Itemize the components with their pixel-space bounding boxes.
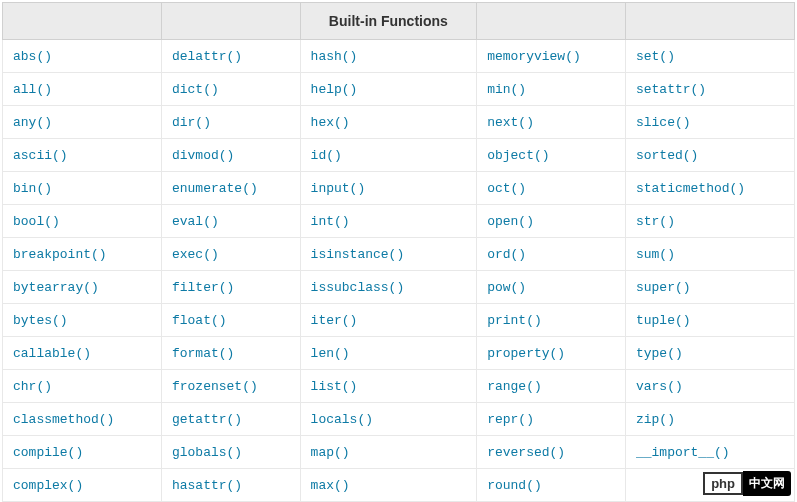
table-cell: issubclass()	[300, 271, 477, 304]
table-cell: compile()	[3, 436, 162, 469]
function-link[interactable]: all()	[13, 82, 52, 97]
function-link[interactable]: exec()	[172, 247, 219, 262]
table-cell: isinstance()	[300, 238, 477, 271]
function-link[interactable]: next()	[487, 115, 534, 130]
watermark: php 中文网	[703, 471, 791, 496]
function-link[interactable]: issubclass()	[311, 280, 405, 295]
function-link[interactable]: staticmethod()	[636, 181, 745, 196]
table-cell: filter()	[161, 271, 300, 304]
function-link[interactable]: help()	[311, 82, 358, 97]
function-link[interactable]: print()	[487, 313, 542, 328]
function-link[interactable]: range()	[487, 379, 542, 394]
table-cell: delattr()	[161, 40, 300, 73]
table-cell: sum()	[625, 238, 794, 271]
table-cell: map()	[300, 436, 477, 469]
table-cell: object()	[477, 139, 626, 172]
function-link[interactable]: pow()	[487, 280, 526, 295]
function-link[interactable]: property()	[487, 346, 565, 361]
table-cell: help()	[300, 73, 477, 106]
table-cell: ascii()	[3, 139, 162, 172]
function-link[interactable]: isinstance()	[311, 247, 405, 262]
function-link[interactable]: bin()	[13, 181, 52, 196]
function-link[interactable]: max()	[311, 478, 350, 493]
function-link[interactable]: zip()	[636, 412, 675, 427]
function-link[interactable]: object()	[487, 148, 549, 163]
function-link[interactable]: globals()	[172, 445, 242, 460]
function-link[interactable]: ord()	[487, 247, 526, 262]
function-link[interactable]: len()	[311, 346, 350, 361]
function-link[interactable]: str()	[636, 214, 675, 229]
function-link[interactable]: getattr()	[172, 412, 242, 427]
table-cell: round()	[477, 469, 626, 502]
function-link[interactable]: bytearray()	[13, 280, 99, 295]
function-link[interactable]: dir()	[172, 115, 211, 130]
function-link[interactable]: compile()	[13, 445, 83, 460]
table-cell: setattr()	[625, 73, 794, 106]
table-cell: list()	[300, 370, 477, 403]
function-link[interactable]: list()	[311, 379, 358, 394]
function-link[interactable]: map()	[311, 445, 350, 460]
function-link[interactable]: filter()	[172, 280, 234, 295]
function-link[interactable]: vars()	[636, 379, 683, 394]
function-link[interactable]: abs()	[13, 49, 52, 64]
function-link[interactable]: frozenset()	[172, 379, 258, 394]
table-cell: zip()	[625, 403, 794, 436]
function-link[interactable]: round()	[487, 478, 542, 493]
function-link[interactable]: set()	[636, 49, 675, 64]
function-link[interactable]: oct()	[487, 181, 526, 196]
function-link[interactable]: input()	[311, 181, 366, 196]
table-cell: super()	[625, 271, 794, 304]
function-link[interactable]: reversed()	[487, 445, 565, 460]
function-link[interactable]: int()	[311, 214, 350, 229]
table-cell: enumerate()	[161, 172, 300, 205]
function-link[interactable]: repr()	[487, 412, 534, 427]
function-link[interactable]: __import__()	[636, 445, 730, 460]
function-link[interactable]: open()	[487, 214, 534, 229]
table-row: any()dir()hex()next()slice()	[3, 106, 795, 139]
table-row: ascii()divmod()id()object()sorted()	[3, 139, 795, 172]
function-link[interactable]: sum()	[636, 247, 675, 262]
function-link[interactable]: delattr()	[172, 49, 242, 64]
function-link[interactable]: tuple()	[636, 313, 691, 328]
function-link[interactable]: classmethod()	[13, 412, 114, 427]
function-link[interactable]: hex()	[311, 115, 350, 130]
function-link[interactable]: breakpoint()	[13, 247, 107, 262]
function-link[interactable]: bool()	[13, 214, 60, 229]
function-link[interactable]: setattr()	[636, 82, 706, 97]
function-link[interactable]: ascii()	[13, 148, 68, 163]
table-cell: slice()	[625, 106, 794, 139]
function-link[interactable]: slice()	[636, 115, 691, 130]
function-link[interactable]: float()	[172, 313, 227, 328]
function-link[interactable]: hash()	[311, 49, 358, 64]
function-link[interactable]: iter()	[311, 313, 358, 328]
function-link[interactable]: eval()	[172, 214, 219, 229]
table-cell: pow()	[477, 271, 626, 304]
function-link[interactable]: sorted()	[636, 148, 698, 163]
table-cell: __import__()	[625, 436, 794, 469]
function-link[interactable]: super()	[636, 280, 691, 295]
table-row: bool()eval()int()open()str()	[3, 205, 795, 238]
function-link[interactable]: id()	[311, 148, 342, 163]
table-row: chr()frozenset()list()range()vars()	[3, 370, 795, 403]
table-cell: frozenset()	[161, 370, 300, 403]
function-link[interactable]: min()	[487, 82, 526, 97]
function-link[interactable]: callable()	[13, 346, 91, 361]
table-row: classmethod()getattr()locals()repr()zip(…	[3, 403, 795, 436]
table-cell: type()	[625, 337, 794, 370]
function-link[interactable]: type()	[636, 346, 683, 361]
function-link[interactable]: complex()	[13, 478, 83, 493]
function-link[interactable]: format()	[172, 346, 234, 361]
function-link[interactable]: enumerate()	[172, 181, 258, 196]
function-link[interactable]: divmod()	[172, 148, 234, 163]
table-cell: id()	[300, 139, 477, 172]
table-cell: sorted()	[625, 139, 794, 172]
table-cell: tuple()	[625, 304, 794, 337]
function-link[interactable]: any()	[13, 115, 52, 130]
function-link[interactable]: hasattr()	[172, 478, 242, 493]
function-link[interactable]: memoryview()	[487, 49, 581, 64]
table-cell: memoryview()	[477, 40, 626, 73]
function-link[interactable]: locals()	[311, 412, 373, 427]
function-link[interactable]: bytes()	[13, 313, 68, 328]
function-link[interactable]: dict()	[172, 82, 219, 97]
function-link[interactable]: chr()	[13, 379, 52, 394]
